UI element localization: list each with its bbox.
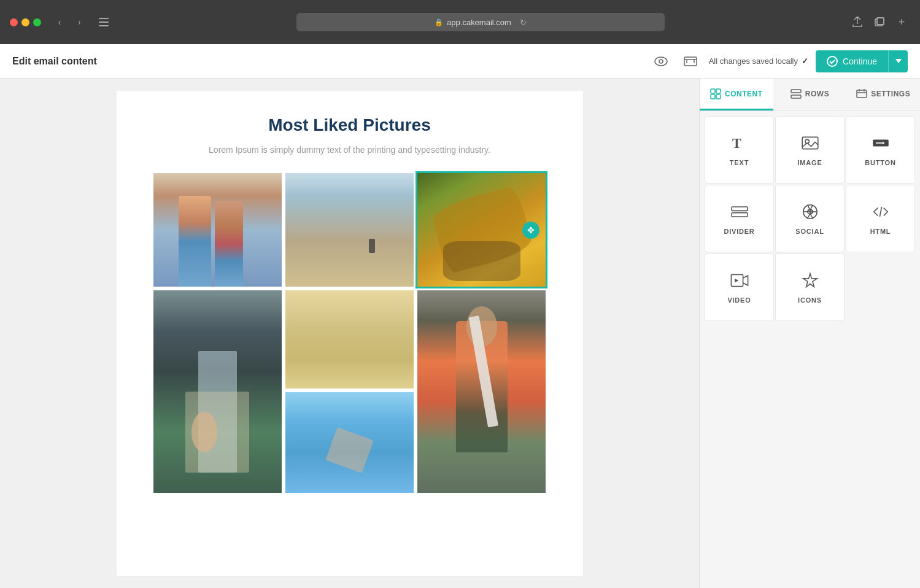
photo-6 [417, 290, 546, 493]
email-subtext: Lorem Ipsum is simply dummy text of the … [153, 145, 546, 155]
widget-button-label: BUTTON [865, 159, 895, 166]
widget-divider[interactable]: DIVIDER [705, 185, 774, 252]
widget-image-label: IMAGE [797, 159, 822, 166]
svg-line-34 [879, 207, 881, 217]
drag-handle[interactable]: ✥ [522, 222, 539, 239]
widget-html-label: HTML [870, 228, 891, 235]
preview-button[interactable] [650, 50, 672, 72]
top-bar-actions: All changes saved locally ✓ Continue [650, 50, 908, 72]
svg-rect-30 [732, 213, 748, 217]
svg-rect-14 [716, 89, 721, 93]
svg-marker-36 [735, 279, 738, 282]
svg-rect-0 [99, 18, 109, 19]
photo-grid-row-2 [153, 290, 546, 493]
tab-rows-label: ROWS [805, 90, 829, 98]
page-title: Edit email content [12, 56, 97, 67]
add-tab-button[interactable]: + [893, 15, 910, 29]
widget-video[interactable]: VIDEO [705, 253, 774, 321]
photo-grid-row-1: ✥ [153, 173, 546, 287]
widget-image[interactable]: IMAGE [775, 116, 845, 184]
saved-status-text: All changes saved locally [709, 56, 798, 66]
nav-buttons: ‹ › [51, 15, 88, 29]
share-button[interactable] [849, 15, 866, 29]
photo-5 [285, 290, 414, 389]
widget-button[interactable]: BUTTON [846, 116, 915, 184]
widget-social-label: SOCIAL [795, 228, 824, 235]
photo-3[interactable]: ✥ [417, 173, 546, 287]
photo-2 [285, 173, 414, 287]
code-view-button[interactable] [679, 50, 702, 72]
svg-rect-8 [684, 57, 697, 66]
saved-check-icon: ✓ [802, 56, 808, 66]
tab-settings[interactable]: SETTINGS [846, 79, 920, 110]
photo-middle-col [285, 290, 414, 493]
back-button[interactable]: ‹ [51, 15, 68, 29]
svg-marker-37 [803, 274, 816, 287]
url-text: app.cakemail.com [447, 18, 511, 27]
widget-icons[interactable]: ICONS [775, 253, 845, 321]
svg-rect-4 [877, 18, 884, 25]
photo-4 [153, 290, 282, 493]
svg-rect-18 [791, 95, 801, 98]
forward-button[interactable]: › [71, 15, 88, 29]
widgets-grid: T TEXT IMAGE [700, 111, 920, 326]
photo-7 [285, 392, 414, 493]
svg-rect-13 [711, 89, 715, 93]
email-canvas: Most Liked Pictures Lorem Ipsum is simpl… [0, 79, 699, 588]
maximize-button[interactable] [33, 18, 41, 26]
lock-icon: 🔒 [435, 18, 443, 26]
svg-rect-19 [857, 90, 867, 98]
svg-rect-1 [99, 21, 109, 23]
photo-1 [153, 173, 282, 287]
widget-social[interactable]: SOCIAL [775, 185, 845, 252]
continue-button[interactable]: Continue [816, 50, 888, 72]
main-content: Most Liked Pictures Lorem Ipsum is simpl… [0, 79, 920, 588]
widget-text[interactable]: T TEXT [705, 116, 774, 184]
browser-actions: + [849, 15, 910, 29]
svg-point-7 [659, 60, 663, 63]
traffic-lights [10, 18, 41, 26]
continue-button-group: Continue [816, 50, 908, 72]
address-bar[interactable]: 🔒 app.cakemail.com ↻ [296, 13, 665, 31]
widget-icons-label: ICONS [798, 296, 822, 304]
svg-rect-15 [711, 95, 715, 99]
widget-divider-label: DIVIDER [724, 228, 754, 235]
sidebar-toggle-button[interactable] [95, 15, 112, 29]
svg-rect-29 [732, 207, 748, 211]
widget-html[interactable]: HTML [846, 185, 915, 252]
email-heading: Most Liked Pictures [153, 115, 546, 135]
browser-chrome: ‹ › 🔒 app.cakemail.com ↻ [0, 0, 920, 44]
new-tab-button[interactable] [871, 15, 888, 29]
minimize-button[interactable] [21, 18, 29, 26]
svg-point-12 [827, 56, 837, 66]
close-button[interactable] [10, 18, 18, 26]
panel-tabs: CONTENT ROWS [700, 79, 920, 111]
svg-rect-2 [99, 25, 109, 26]
tab-content[interactable]: CONTENT [700, 79, 773, 110]
widget-video-label: VIDEO [727, 296, 751, 304]
sidebar-panel: CONTENT ROWS [699, 79, 920, 588]
saved-status: All changes saved locally ✓ [709, 56, 808, 66]
email-body: Most Liked Pictures Lorem Ipsum is simpl… [117, 91, 583, 576]
tab-rows[interactable]: ROWS [773, 79, 847, 110]
top-bar: Edit email content All changes saved loc… [0, 44, 920, 79]
svg-point-6 [655, 57, 667, 66]
svg-text:T: T [732, 136, 741, 151]
svg-rect-16 [716, 95, 721, 99]
app-container: Edit email content All changes saved loc… [0, 44, 920, 588]
tab-content-label: CONTENT [725, 90, 763, 98]
widget-text-label: TEXT [730, 159, 749, 166]
continue-dropdown-button[interactable] [888, 50, 908, 72]
svg-rect-17 [791, 90, 801, 93]
tab-settings-label: SETTINGS [871, 90, 910, 98]
reload-icon[interactable]: ↻ [520, 18, 527, 27]
